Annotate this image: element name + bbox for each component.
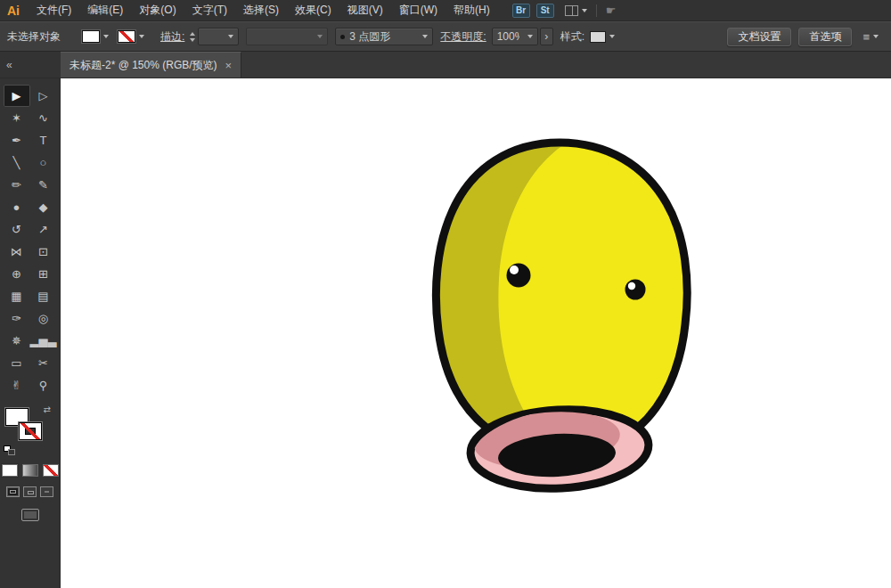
panel-menu-glyph: ≡: [862, 30, 870, 44]
direct-selection-tool[interactable]: ▷: [30, 85, 57, 107]
opacity-caret-icon: [527, 35, 533, 38]
hand-tool[interactable]: ✌: [4, 374, 30, 396]
stroke-caret-icon: [139, 35, 144, 38]
width-profile-combo: [246, 28, 328, 45]
stroke-weight-combo[interactable]: [198, 28, 239, 45]
stepper-down-icon[interactable]: [190, 38, 195, 42]
width-profile-caret-icon: [317, 35, 323, 38]
ellipse-tool[interactable]: ○: [30, 151, 57, 174]
paint-style-row: [0, 464, 60, 477]
shape-builder-tool[interactable]: ⊕: [4, 263, 30, 285]
menu-bar: Ai 文件(F)编辑(E)对象(O)文字(T)选择(S)效果(C)视图(V)窗口…: [0, 0, 891, 21]
draw-normal-button[interactable]: [6, 486, 20, 497]
workspace-caret-icon[interactable]: [582, 9, 587, 12]
left-eye[interactable]: [507, 264, 531, 288]
swap-fill-stroke-icon[interactable]: ⇄: [44, 405, 51, 414]
duck-head-drawing: [413, 128, 687, 493]
symbol-sprayer-tool[interactable]: ✵: [4, 330, 30, 352]
selection-status: 未选择对象: [7, 29, 82, 45]
pencil-tool[interactable]: ✎: [30, 174, 57, 196]
fill-swatch[interactable]: [82, 30, 100, 43]
menu-badges: BrSt: [512, 4, 554, 18]
preferences-button[interactable]: 首选项: [798, 28, 852, 46]
menu-object[interactable]: 对象(O): [131, 0, 184, 20]
opacity-combo[interactable]: 100%: [492, 28, 538, 45]
mesh-tool[interactable]: ▦: [4, 285, 30, 307]
menu-window[interactable]: 窗口(W): [391, 0, 446, 20]
eraser-tool[interactable]: ◆: [30, 196, 57, 218]
right-eye-highlight: [628, 282, 635, 290]
hand-icon[interactable]: ☛: [606, 4, 617, 17]
opacity-more-button[interactable]: ›: [540, 28, 553, 45]
menu-help[interactable]: 帮助(H): [446, 0, 498, 20]
opacity-value: 100%: [497, 30, 519, 43]
artboard-canvas[interactable]: [61, 78, 891, 588]
paintbrush-tool[interactable]: ✏: [4, 174, 30, 196]
style-swatch[interactable]: [590, 31, 606, 43]
document-tab-strip: « 未标题-2* @ 150% (RGB/预览) ×: [0, 52, 891, 78]
style-label: 样式:: [560, 29, 584, 45]
menu-edit[interactable]: 编辑(E): [79, 0, 131, 20]
lasso-tool[interactable]: ∿: [30, 107, 57, 129]
selection-tool[interactable]: ▶: [4, 85, 30, 107]
gradient-tool[interactable]: ▤: [30, 285, 57, 307]
draw-behind-button[interactable]: [23, 486, 37, 497]
stock-badge[interactable]: St: [536, 4, 554, 18]
fill-stroke-cluster: ⇄: [4, 405, 56, 455]
document-setup-button[interactable]: 文档设置: [727, 28, 791, 46]
line-segment-tool[interactable]: ╲: [4, 151, 30, 174]
menu-items: 文件(F)编辑(E)对象(O)文字(T)选择(S)效果(C)视图(V)窗口(W)…: [29, 0, 498, 20]
rotate-tool[interactable]: ↺: [4, 218, 30, 241]
default-stroke-chip: [8, 449, 15, 455]
tools-panel-collapse[interactable]: «: [0, 52, 61, 78]
none-button[interactable]: [43, 464, 59, 477]
fill-color-picker[interactable]: [82, 30, 109, 43]
column-graph-tool[interactable]: ▂▅▃: [30, 330, 57, 352]
perspective-grid-tool[interactable]: ⊞: [30, 263, 57, 285]
brush-preview-dot: [340, 35, 345, 39]
brush-definition-combo[interactable]: 3 点圆形: [335, 28, 433, 45]
draw-inside-button[interactable]: [40, 486, 53, 497]
draw-modes-row: [0, 486, 60, 497]
zoom-tool[interactable]: ⚲: [30, 374, 57, 396]
fill-caret-icon: [103, 35, 109, 38]
stroke-weight-label[interactable]: 描边:: [160, 29, 184, 45]
stroke-indicator[interactable]: [19, 422, 42, 440]
menu-effect[interactable]: 效果(C): [287, 0, 339, 20]
scale-tool[interactable]: ↗: [30, 218, 57, 241]
stroke-weight-stepper[interactable]: [190, 32, 195, 42]
blob-brush-tool[interactable]: ●: [4, 196, 30, 218]
stroke-color-picker[interactable]: [118, 30, 144, 43]
default-fill-stroke-icon[interactable]: [4, 445, 15, 455]
blend-tool[interactable]: ◎: [30, 307, 57, 330]
menu-type[interactable]: 文字(T): [184, 0, 235, 20]
eyedropper-tool[interactable]: ✑: [4, 307, 30, 330]
left-eye-highlight: [510, 265, 519, 274]
document-tab[interactable]: 未标题-2* @ 150% (RGB/预览) ×: [61, 52, 241, 78]
right-eye[interactable]: [625, 280, 646, 300]
type-tool[interactable]: T: [30, 129, 57, 151]
color-button[interactable]: [2, 464, 18, 477]
artboard-tool[interactable]: ▭: [4, 352, 30, 374]
slice-tool[interactable]: ✂: [30, 352, 57, 374]
bridge-badge[interactable]: Br: [512, 4, 530, 18]
pen-tool[interactable]: ✒: [4, 129, 30, 151]
control-panel-menu-icon[interactable]: ≡: [862, 30, 879, 44]
tab-close-icon[interactable]: ×: [225, 59, 233, 72]
stepper-up-icon[interactable]: [190, 32, 195, 36]
workspace-switcher-icon[interactable]: [565, 5, 578, 16]
stroke-none-swatch[interactable]: [118, 30, 135, 43]
width-tool[interactable]: ⋈: [4, 241, 30, 263]
screen-mode-button[interactable]: [21, 509, 39, 521]
style-caret-icon: [609, 35, 615, 38]
menu-view[interactable]: 视图(V): [339, 0, 391, 20]
opacity-label[interactable]: 不透明度:: [440, 29, 486, 45]
menu-file[interactable]: 文件(F): [29, 0, 79, 20]
magic-wand-tool[interactable]: ✶: [4, 107, 30, 129]
style-picker[interactable]: [590, 31, 615, 43]
document-tab-title: 未标题-2* @ 150% (RGB/预览): [69, 58, 217, 73]
gradient-button[interactable]: [22, 464, 38, 477]
brush-caret-icon: [422, 35, 428, 38]
free-transform-tool[interactable]: ⊡: [30, 241, 57, 263]
menu-select[interactable]: 选择(S): [235, 0, 287, 20]
